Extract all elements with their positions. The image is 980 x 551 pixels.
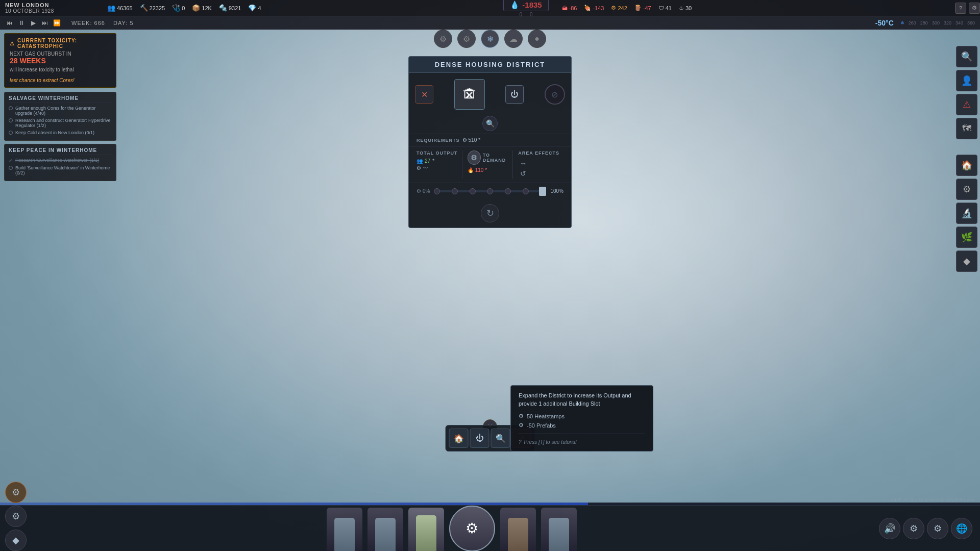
bottom-right-btn-4[interactable]: 🌐: [951, 518, 972, 539]
building-power-button[interactable]: ⏻: [505, 85, 524, 104]
right-btn-map[interactable]: 🗺: [956, 118, 977, 139]
area-header: AREA EFFECTS: [518, 151, 564, 156]
rewind-button[interactable]: ⏮: [5, 18, 14, 28]
fast-forward2-button[interactable]: ⏩: [52, 18, 61, 28]
steam-icon: ♨: [679, 5, 684, 11]
pause-button[interactable]: ⏸: [17, 18, 26, 28]
hud-right-buttons: ? ⚙: [955, 3, 980, 14]
city-date: 10 OCTOBER 1928: [5, 8, 97, 14]
tooltip-cost-2: ⚙ -50 Prefabs: [519, 422, 645, 429]
character-1[interactable]: [327, 508, 362, 551]
area-column: AREA EFFECTS ↔ ↺: [512, 151, 564, 179]
bottom-right-section: 🔊 ⚙ ⚙ 🌐: [871, 515, 980, 542]
building-close-button[interactable]: ✕: [415, 85, 433, 104]
prefabs-icon: 🔩: [219, 4, 227, 12]
right-btn-search[interactable]: 🔍: [956, 46, 977, 67]
question-icon: ?: [519, 439, 522, 445]
bottom-left-btn-1[interactable]: ⚙: [5, 482, 27, 503]
temp-bar-area: -50°C ❄ 260 280 300 320 340 360: [870, 16, 980, 30]
stat-materials: 🪵 -47: [634, 5, 651, 11]
slider-thumb[interactable]: [539, 187, 546, 196]
right-btn-industry[interactable]: ⚙: [956, 179, 977, 200]
slider-dots: [434, 188, 546, 194]
building-title-bar: DENSE HOUSING DISTRICT: [409, 57, 571, 73]
stat-gold: ⚙ 242: [611, 5, 627, 11]
slider-dot-1: [452, 188, 458, 194]
mission-peace-task-1: ✓ Research 'Surveillance Watchtower' (1/…: [9, 158, 112, 163]
stat-research: 🏔 -86: [562, 5, 577, 11]
playback-controls: ⏮ ⏸ ▶ ⏭ ⏩: [0, 18, 66, 28]
bottom-left-btn-2[interactable]: ⚙: [5, 506, 27, 527]
play-button[interactable]: ▶: [29, 18, 38, 28]
right-btn-person[interactable]: 👤: [956, 70, 977, 91]
top-icon-4[interactable]: ●: [528, 30, 546, 48]
right-btn-district[interactable]: 🏠: [956, 155, 977, 176]
top-icon-2[interactable]: ⚙: [457, 30, 476, 48]
week-day-display: WEEK: 666 DAY: 5: [71, 20, 134, 26]
right-btn-warning[interactable]: ⚠: [956, 94, 977, 115]
temp-tick-5: 340: [955, 20, 963, 26]
temperature-display: -50°C: [875, 19, 894, 27]
demand-label: TO DEMAND: [483, 153, 513, 163]
bottom-right-btn-3[interactable]: ⚙: [927, 518, 948, 539]
bottom-right-btn-1[interactable]: 🔊: [879, 518, 900, 539]
top-hud-bar: NEW LONDON 10 OCTOBER 1928 👥 46365 🔨 223…: [0, 0, 980, 16]
refresh-button[interactable]: ↻: [481, 204, 499, 222]
character-3-active[interactable]: [408, 508, 444, 551]
toxicity-weeks: 28 WEEKS: [10, 57, 111, 65]
heatstamps-icon: 📦: [192, 4, 200, 12]
area-icon-2: ↺: [518, 168, 528, 179]
bottom-left-btn-3[interactable]: ◆: [5, 530, 27, 551]
tooltip-divider: [519, 434, 645, 434]
right-btn-food2[interactable]: 🌿: [956, 227, 977, 248]
building-zoom-button[interactable]: 🔍: [482, 116, 498, 131]
character-2[interactable]: [368, 508, 403, 551]
center-avatar[interactable]: ⚙: [449, 506, 495, 551]
cores-icon: 💎: [248, 4, 256, 12]
requirements-value: ⚙ 510 *: [462, 137, 481, 143]
toxicity-warning: ⚠ CURRENT TOXICITY: CATASTROPHIC NEXT GA…: [4, 33, 116, 88]
right-btn-tech[interactable]: 🔬: [956, 203, 977, 224]
demand-gear: ⚙: [468, 151, 481, 165]
fast-forward-button[interactable]: ⏭: [40, 18, 50, 28]
stat-workers: 🔨 22325: [140, 4, 165, 12]
slider-icon: ⚙: [416, 188, 421, 194]
slider-dot-2: [470, 188, 476, 194]
task-check-1: ✓: [9, 158, 13, 163]
character-6[interactable]: [541, 508, 577, 551]
bottom-hud: ⚙ ⚙ ◆ ⚙ ⚙ 🔊 ⚙ ⚙ 🌐: [0, 505, 980, 551]
heat-drop-icon: 💧: [510, 1, 520, 10]
area-icon-1: ↔: [518, 158, 528, 168]
toxicity-warning-text: will increase toxicity to lethal: [10, 67, 111, 72]
left-mission-panel: ⚠ CURRENT TOXICITY: CATASTROPHIC NEXT GA…: [4, 33, 116, 184]
center-avatar-icon: ⚙: [465, 520, 478, 537]
right-btn-misc[interactable]: ◆: [956, 251, 977, 272]
stat-heatstamps: 📦 12K: [192, 4, 212, 12]
demand-column: ⚙ TO DEMAND 🔥 110 *: [462, 151, 513, 179]
action-zoom-button[interactable]: 🔍: [491, 429, 510, 448]
character-5[interactable]: [500, 508, 536, 551]
action-home-button[interactable]: 🏠: [449, 429, 469, 448]
mission-peace: KEEP PEACE IN WINTERHOME ✓ Research 'Sur…: [4, 144, 116, 181]
slider-track[interactable]: [434, 190, 546, 192]
stat-food: 🍖 -143: [584, 5, 604, 11]
action-power-button[interactable]: ⏻: [470, 429, 489, 448]
bottom-right-btn-2[interactable]: ⚙: [903, 518, 924, 539]
demand-heat: 🔥 110 *: [468, 167, 513, 173]
worker-slider-section: ⚙ 0% 100%: [409, 183, 571, 199]
top-icon-1[interactable]: ⚙: [434, 30, 452, 48]
temp-icon: ❄: [900, 20, 904, 26]
output-value-1: 👥 27 *: [416, 158, 462, 164]
task-dot-1: [9, 106, 13, 110]
building-sprite-icon: 🏚: [462, 86, 477, 103]
character-row: ⚙: [32, 506, 871, 551]
efficiency-icon: 🛡: [658, 5, 664, 11]
top-icon-snow[interactable]: ❄: [481, 30, 499, 48]
help-button[interactable]: ?: [955, 3, 966, 14]
requirements-label: REQUIREMENTS: [416, 138, 460, 143]
top-icon-3[interactable]: ☁: [504, 30, 523, 48]
demand-header: ⚙ TO DEMAND: [468, 151, 513, 165]
req-icon: ⚙: [462, 137, 467, 143]
settings-button[interactable]: ⚙: [969, 3, 980, 14]
stat-sick: 🩺 0: [172, 4, 185, 12]
